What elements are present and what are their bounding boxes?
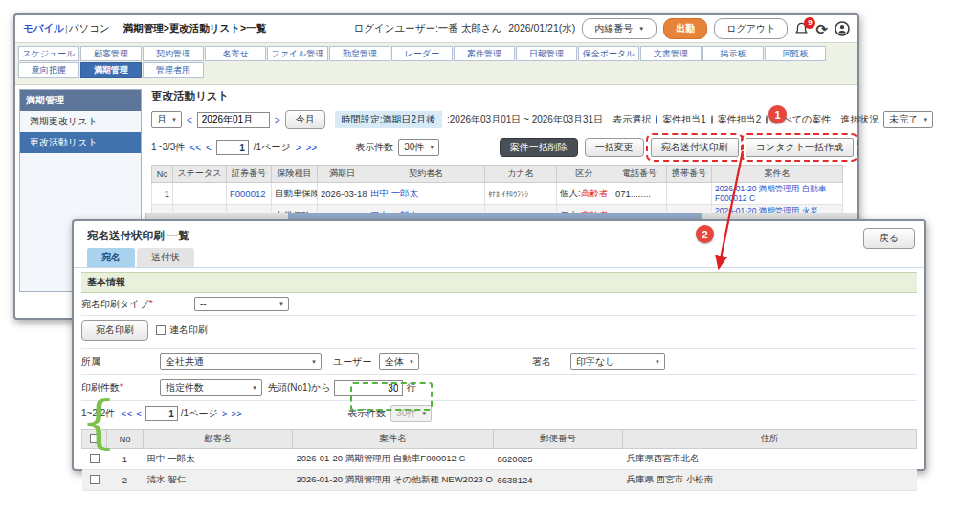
- tab-daily-report[interactable]: 日報管理: [516, 46, 577, 61]
- policy-link[interactable]: F000012: [230, 189, 266, 199]
- print-count-select[interactable]: 指定件数 ▼: [160, 379, 262, 396]
- print-count-value: 指定件数: [166, 381, 204, 394]
- progress-value: 未完了: [889, 113, 918, 126]
- dept-select[interactable]: 全社共通 ▼: [160, 353, 322, 370]
- period-unit-select[interactable]: 月 ▼: [151, 111, 182, 128]
- tab-customer-mgmt[interactable]: 顧客管理: [80, 46, 142, 61]
- affiliation-row: 所属 全社共通 ▼ ユーザー 全体 ▼ 署名 印字なし ▼: [81, 348, 917, 375]
- record-range: 1~3/3件: [151, 141, 185, 154]
- col-header-kubun: 区分: [557, 166, 612, 183]
- chevron-down-icon: ▼: [311, 359, 317, 365]
- cell-customer-name: 田中 一郎太: [144, 449, 293, 470]
- display-select-label: 表示選択: [612, 113, 651, 126]
- current-date: 2026/01/21(水): [508, 22, 575, 35]
- signature-value: 印字なし: [576, 355, 614, 369]
- sidebar-item-maturity-renewal-list[interactable]: 満期更改リスト: [20, 111, 141, 132]
- tab-contract-mgmt[interactable]: 契約管理: [143, 46, 204, 61]
- chevron-down-icon: ▼: [923, 117, 928, 123]
- col-header-case-name: 案件名: [712, 166, 843, 183]
- mode-link-mobile[interactable]: モバイル: [23, 22, 64, 35]
- tab-document-mgmt[interactable]: 文書管理: [640, 46, 702, 61]
- period-value-input[interactable]: [197, 112, 270, 128]
- notification-bell-icon[interactable]: 9: [794, 22, 809, 36]
- radio-case-owner1[interactable]: [656, 115, 657, 124]
- extension-number-label: 内線番号: [594, 22, 633, 35]
- required-asterisk: *: [149, 299, 153, 309]
- cell-case-name: 2026-01-20 満期管理用 その他新種 NEW2023 O: [293, 470, 494, 491]
- print-type-select[interactable]: -- ▼: [194, 297, 289, 311]
- signature-select[interactable]: 印字なし ▼: [570, 353, 665, 370]
- tab-soufujo[interactable]: 送付状: [137, 248, 194, 267]
- tab-nayose[interactable]: 名寄せ: [205, 46, 266, 61]
- next-month-arrow[interactable]: >: [275, 115, 280, 125]
- user-profile-icon[interactable]: [835, 21, 850, 36]
- mode-link-pc[interactable]: パソコン: [69, 22, 110, 35]
- address-print-exec-button[interactable]: 宛名印刷: [81, 320, 148, 341]
- cell-kubun-alert: 高齢者: [581, 188, 609, 198]
- contact-bulk-create-button[interactable]: コンタクト一括作成: [746, 138, 854, 157]
- back-button[interactable]: 戻る: [863, 228, 915, 249]
- tab-circular-board[interactable]: 回覧板: [765, 46, 826, 61]
- tab-case-mgmt[interactable]: 案件管理: [454, 46, 515, 61]
- tab-atena[interactable]: 宛名: [87, 248, 135, 267]
- prev-page-link[interactable]: <: [136, 409, 142, 419]
- tab-admin[interactable]: 管理者用: [143, 62, 204, 78]
- cell-tel: 071........: [612, 183, 667, 205]
- address-print-button[interactable]: 宛名送付状印刷: [651, 138, 739, 157]
- next-page-link[interactable]: >: [296, 143, 301, 153]
- sidebar-item-renewal-activity-list[interactable]: 更改活動リスト: [20, 132, 141, 153]
- dept-label: 所属: [81, 355, 160, 369]
- sidebar-header: 満期管理: [20, 90, 141, 111]
- col-header-contractor: 契約者名: [368, 166, 485, 183]
- bulk-change-button[interactable]: 一括変更: [585, 138, 644, 157]
- prev-page-link[interactable]: <: [206, 143, 212, 153]
- extension-number-button[interactable]: 内線番号 ▼: [582, 18, 657, 39]
- tab-row-2: 意向把握 満期管理 管理者用: [18, 62, 855, 78]
- col-header-customer-name: 顧客名: [144, 430, 293, 449]
- last-page-link[interactable]: >>: [306, 143, 318, 153]
- progress-select[interactable]: 未完了 ▼: [883, 111, 933, 128]
- prev-month-arrow[interactable]: <: [187, 115, 192, 125]
- tab-maturity-mgmt[interactable]: 満期管理: [80, 62, 142, 78]
- logout-button[interactable]: ログアウト: [714, 18, 788, 39]
- chevron-down-icon: ▼: [409, 359, 414, 365]
- tab-intention[interactable]: 意向把握: [18, 62, 79, 78]
- col-header-zip: 郵便番号: [494, 430, 623, 449]
- bulk-delete-button[interactable]: 案件一括削除: [500, 138, 578, 157]
- tab-file-mgmt[interactable]: ファイル管理: [267, 46, 328, 61]
- clock-in-button[interactable]: 出勤: [663, 18, 707, 39]
- tab-attendance[interactable]: 勤怠管理: [329, 46, 390, 61]
- this-month-button[interactable]: 今月: [285, 110, 325, 129]
- tab-hozen-portal[interactable]: 保全ポータル: [578, 46, 639, 61]
- pagination-and-actions-row: 1~3/3件 << < /1ページ > >> 表示件数 30件 ▼ 案件一括削除…: [151, 138, 854, 157]
- user-select[interactable]: 全体 ▼: [379, 353, 419, 370]
- per-page-label: 表示件数: [355, 141, 393, 154]
- joint-print-label: 連名印刷: [169, 324, 208, 337]
- section-basic-info: 基本情報: [81, 272, 917, 293]
- radio-case-owner2[interactable]: [711, 115, 713, 124]
- joint-print-checkbox[interactable]: [156, 325, 166, 335]
- chevron-down-icon: ▼: [655, 359, 660, 365]
- cell-mobile: [667, 183, 712, 205]
- cell-address: 兵庫県西宮市北名: [623, 449, 917, 470]
- page-number-input[interactable]: [216, 140, 249, 155]
- last-page-link[interactable]: >>: [232, 409, 243, 419]
- first-page-link[interactable]: <<: [189, 143, 201, 153]
- contractor-link[interactable]: 田中 一郎太: [370, 188, 418, 198]
- tab-schedule[interactable]: スケジュール: [18, 46, 79, 61]
- tab-bulletin-board[interactable]: 掲示板: [702, 46, 764, 61]
- tab-row-1: スケジュール 顧客管理 契約管理 名寄せ ファイル管理 勤怠管理 レーダー 案件…: [18, 46, 855, 61]
- cell-status: [173, 183, 227, 205]
- next-page-link[interactable]: >: [222, 409, 228, 419]
- tab-radar[interactable]: レーダー: [391, 46, 453, 61]
- user-value: 全体: [385, 355, 404, 369]
- per-page-select[interactable]: 30件 ▼: [398, 139, 439, 156]
- radio-all-cases[interactable]: [766, 115, 768, 124]
- row-checkbox[interactable]: [90, 454, 100, 463]
- case-name-link[interactable]: 2026-01-20 満期管理用 自動車F000012 C: [715, 184, 839, 203]
- print-count-row: 印刷件数* 指定件数 ▼ 先頭(No1)から 行: [81, 375, 917, 401]
- row-checkbox[interactable]: [90, 475, 100, 484]
- page-number-input[interactable]: [145, 406, 178, 421]
- refresh-icon[interactable]: ⟳: [815, 22, 828, 36]
- first-page-link[interactable]: <<: [121, 409, 132, 419]
